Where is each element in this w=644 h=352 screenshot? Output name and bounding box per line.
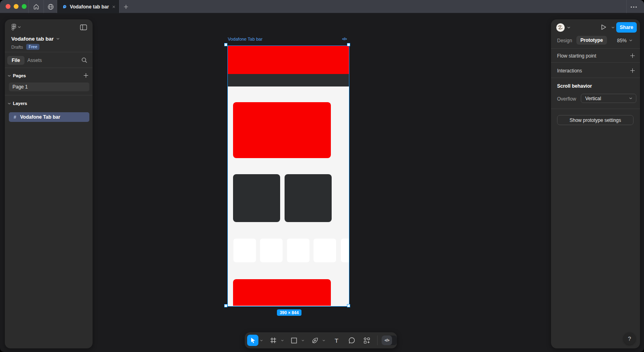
frame-tool-button[interactable] <box>268 335 279 346</box>
home-button[interactable] <box>31 2 41 12</box>
collapse-sidebar-button[interactable] <box>80 25 87 30</box>
move-tool-chevron[interactable] <box>259 335 264 346</box>
close-window-button[interactable] <box>6 4 10 9</box>
menu-chevron[interactable] <box>18 26 21 28</box>
page-item[interactable]: Page 1 <box>9 82 89 91</box>
frame-tool-icon <box>270 337 277 344</box>
chip-block[interactable] <box>260 239 283 262</box>
banner-block[interactable] <box>233 279 331 306</box>
layers-section-header[interactable]: Layers <box>5 100 93 107</box>
chip-block[interactable] <box>314 239 336 262</box>
pen-tool-button[interactable] <box>310 335 321 346</box>
frame-navbar-block[interactable] <box>228 74 349 86</box>
frame-layer-icon: # <box>12 115 17 119</box>
titlebar-divider <box>626 0 627 13</box>
shape-tool-chevron[interactable] <box>301 335 305 346</box>
titlebar-divider <box>43 0 44 13</box>
card-block[interactable] <box>233 174 280 222</box>
plus-icon <box>630 53 635 58</box>
frame-tool-chevron[interactable] <box>280 335 285 346</box>
layer-item-selected[interactable]: # Vodafone Tab bar <box>9 112 89 122</box>
interactions-label: Interactions <box>557 68 582 74</box>
tab-assets[interactable]: Assets <box>27 58 42 63</box>
main-menu-button[interactable] <box>11 24 17 31</box>
search-icon <box>81 57 87 63</box>
community-button[interactable] <box>45 2 56 12</box>
frame-code-icon[interactable]: </> <box>342 37 347 41</box>
divider <box>551 78 640 78</box>
file-name-menu[interactable]: Vodafone tab bar <box>11 36 60 42</box>
file-meta: Drafts Free <box>11 44 39 50</box>
more-dots-icon <box>631 6 632 8</box>
window-more-button[interactable] <box>628 2 639 11</box>
chevron-down-icon <box>629 97 632 99</box>
shape-tool-button[interactable] <box>289 335 300 346</box>
selection-handle-bottom-left[interactable] <box>224 304 227 307</box>
search-button[interactable] <box>81 57 88 64</box>
globe-icon <box>47 4 54 10</box>
chip-block[interactable] <box>341 239 349 262</box>
selection-handle-bottom-right[interactable] <box>347 304 350 307</box>
tab-design[interactable]: Design <box>557 38 572 43</box>
file-location: Drafts <box>11 45 23 49</box>
layers-section-title: Layers <box>13 101 27 106</box>
frame-body[interactable] <box>228 86 349 306</box>
actions-button[interactable] <box>361 335 372 346</box>
comment-tool-button[interactable] <box>346 335 357 346</box>
text-tool-button[interactable]: T <box>331 335 342 346</box>
add-interaction-button[interactable] <box>630 68 635 73</box>
fullscreen-window-button[interactable] <box>22 4 27 9</box>
plus-icon <box>630 68 635 73</box>
minimize-window-button[interactable] <box>14 4 19 9</box>
close-tab-icon[interactable] <box>112 5 115 9</box>
pages-section-header[interactable]: Pages <box>5 72 93 79</box>
design-frame[interactable] <box>227 45 349 307</box>
show-prototype-settings-button[interactable]: Show prototype settings <box>557 115 634 125</box>
selection-handle-top-right[interactable] <box>347 43 350 46</box>
sidebar-toggle-icon <box>80 25 87 30</box>
zoom-chevron[interactable] <box>629 39 632 41</box>
divider <box>5 52 93 52</box>
frame-size-badge: 390 × 844 <box>277 309 301 316</box>
hero-block[interactable] <box>233 102 331 158</box>
window-titlebar: Vodafone tab bar <box>0 0 644 13</box>
chip-block[interactable] <box>233 239 256 262</box>
present-chevron[interactable] <box>611 27 615 29</box>
cursor-icon <box>250 337 256 344</box>
avatar-chevron[interactable] <box>567 27 570 29</box>
selection-handle-top-left[interactable] <box>224 43 227 46</box>
add-flow-button[interactable] <box>630 53 635 58</box>
add-page-button[interactable] <box>83 73 89 78</box>
file-tab[interactable]: Vodafone tab bar <box>57 0 119 13</box>
rectangle-tool-icon <box>291 338 297 344</box>
tab-file[interactable]: File <box>7 56 25 65</box>
plus-icon <box>83 73 89 78</box>
tab-prototype[interactable]: Prototype <box>576 36 607 45</box>
layer-item-label: Vodafone Tab bar <box>20 114 60 120</box>
frame-name-label[interactable]: Vodafone Tab bar <box>228 37 262 41</box>
help-label: ? <box>628 336 631 342</box>
chip-block[interactable] <box>287 239 310 262</box>
overflow-value: Vertical <box>585 96 629 101</box>
help-button[interactable]: ? <box>623 333 636 345</box>
move-tool-button[interactable] <box>247 335 258 346</box>
avatar[interactable] <box>556 23 565 32</box>
figma-logo-icon <box>11 24 17 31</box>
dev-mode-icon: </> <box>382 336 392 345</box>
pen-tool-chevron[interactable] <box>321 335 326 346</box>
overflow-select[interactable]: Vertical <box>581 94 636 103</box>
dev-mode-toggle[interactable]: </> <box>382 336 397 345</box>
present-button[interactable] <box>601 24 607 30</box>
new-tab-button[interactable] <box>122 2 130 11</box>
scroll-behavior-title: Scroll behavior <box>557 83 592 89</box>
share-button[interactable]: Share <box>616 22 637 33</box>
pen-tool-icon <box>312 337 318 344</box>
chevron-down-icon <box>8 75 11 77</box>
flow-starting-point-label: Flow starting point <box>557 53 596 59</box>
zoom-level[interactable]: 85% <box>617 38 627 43</box>
card-block[interactable] <box>285 174 332 222</box>
frame-header-block[interactable] <box>228 46 349 74</box>
right-sidebar: Share Design Prototype 85% Flow starting… <box>551 19 640 348</box>
left-sidebar: Vodafone tab bar Drafts Free File Assets… <box>5 19 93 348</box>
plan-badge[interactable]: Free <box>26 44 39 50</box>
